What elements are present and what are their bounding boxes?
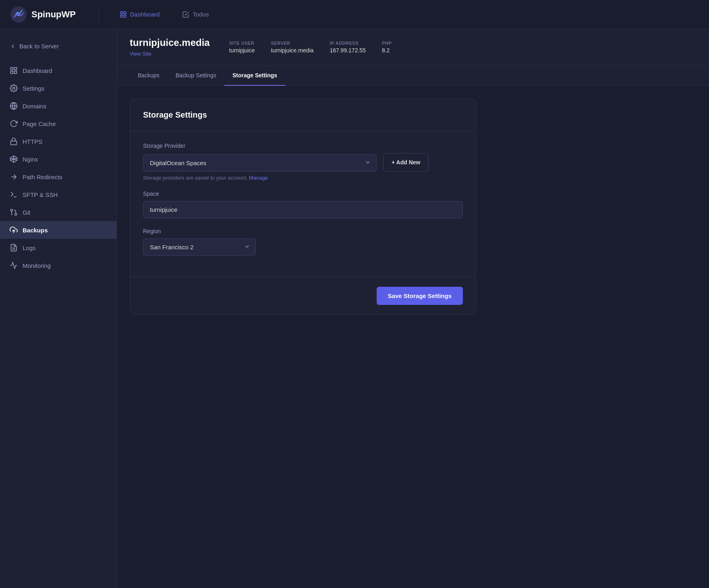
refresh-icon: [10, 120, 18, 128]
nav-dashboard[interactable]: Dashboard: [115, 8, 164, 21]
sidebar-item-domains[interactable]: Domains: [0, 97, 116, 115]
nav-divider: [98, 6, 99, 23]
space-group: Space: [143, 190, 463, 218]
region-select[interactable]: New York 1 New York 3 San Francisco 2 Sa…: [143, 238, 256, 256]
grid-icon: [120, 11, 127, 18]
svg-rect-6: [11, 68, 13, 70]
tab-storage-settings[interactable]: Storage Settings: [224, 66, 285, 86]
site-header: turnipjuice.media View Site SITE USER tu…: [117, 29, 709, 66]
site-title-group: turnipjuice.media View Site: [130, 37, 210, 57]
git-icon: [10, 208, 18, 216]
nav-todos[interactable]: Todos: [177, 8, 214, 21]
main-layout: Back to Server Dashboard Settings: [0, 29, 709, 588]
site-title: turnipjuice.media: [130, 37, 210, 48]
svg-rect-3: [124, 12, 126, 14]
provider-select[interactable]: DigitalOcean Spaces Amazon S3 Google Clo…: [143, 154, 377, 172]
site-meta: SITE USER turnipjuice SERVER turnipjuice…: [229, 41, 392, 54]
svg-point-21: [11, 209, 13, 211]
sidebar-item-dashboard[interactable]: Dashboard: [0, 62, 116, 79]
svg-rect-5: [124, 15, 126, 17]
app-name: SpinupWP: [31, 9, 76, 20]
file-icon: [10, 244, 18, 252]
sidebar-item-logs[interactable]: Logs: [0, 239, 116, 257]
svg-rect-2: [120, 12, 122, 14]
svg-rect-8: [11, 71, 13, 74]
save-storage-settings-button[interactable]: Save Storage Settings: [377, 287, 463, 305]
card-body: Storage Provider DigitalOcean Spaces Ama…: [130, 131, 476, 277]
logo[interactable]: SpinupWP: [10, 6, 76, 23]
sidebar-item-settings[interactable]: Settings: [0, 79, 116, 97]
card-footer: Save Storage Settings: [130, 277, 476, 315]
card-title: Storage Settings: [143, 110, 463, 120]
region-select-wrapper: New York 1 New York 3 San Francisco 2 Sa…: [143, 238, 256, 256]
sidebar-item-page-cache[interactable]: Page Cache: [0, 115, 116, 133]
provider-row: DigitalOcean Spaces Amazon S3 Google Clo…: [143, 153, 463, 172]
chevron-left-icon: [10, 43, 16, 50]
sidebar-item-path-redirects[interactable]: Path Redirects: [0, 168, 116, 186]
arrow-right-icon: [10, 173, 18, 181]
activity-icon: [10, 261, 18, 269]
helper-text: Storage providers are saved to your acco…: [143, 175, 463, 181]
globe-icon: [10, 102, 18, 110]
sidebar: Back to Server Dashboard Settings: [0, 29, 117, 588]
grid-icon: [10, 66, 18, 75]
upload-icon: [10, 226, 18, 234]
sidebar-item-https[interactable]: HTTPS: [0, 133, 116, 150]
space-label: Space: [143, 190, 463, 197]
check-square-icon: [182, 11, 189, 18]
tab-backup-settings[interactable]: Backup Settings: [168, 66, 224, 86]
sidebar-item-git[interactable]: Git: [0, 203, 116, 221]
add-new-provider-button[interactable]: + Add New: [383, 153, 429, 172]
tabs-bar: Backups Backup Settings Storage Settings: [117, 66, 709, 86]
sidebar-item-sftp-ssh[interactable]: SFTP & SSH: [0, 186, 116, 203]
card-header: Storage Settings: [130, 99, 476, 131]
manage-link[interactable]: Manage: [249, 175, 268, 181]
svg-rect-9: [15, 71, 17, 74]
storage-provider-group: Storage Provider DigitalOcean Spaces Ama…: [143, 143, 463, 181]
content-area: turnipjuice.media View Site SITE USER tu…: [117, 29, 709, 588]
provider-select-wrapper: DigitalOcean Spaces Amazon S3 Google Clo…: [143, 154, 377, 172]
gear-icon: [10, 84, 18, 92]
sidebar-item-backups[interactable]: Backups: [0, 221, 116, 239]
page-content: Storage Settings Storage Provider Digita…: [117, 86, 709, 328]
meta-ip: IP ADDRESS 167.99.172.55: [330, 41, 366, 54]
logo-icon: [10, 6, 27, 23]
provider-label: Storage Provider: [143, 143, 463, 149]
nginx-icon: [10, 155, 18, 163]
svg-rect-13: [11, 141, 17, 145]
svg-point-1: [17, 13, 20, 16]
svg-point-10: [13, 87, 15, 89]
svg-point-20: [15, 213, 17, 215]
sidebar-item-monitoring[interactable]: Monitoring: [0, 257, 116, 274]
back-to-server[interactable]: Back to Server: [0, 39, 116, 54]
top-nav: SpinupWP Dashboard Todos: [0, 0, 709, 29]
meta-site-user: SITE USER turnipjuice: [229, 41, 255, 54]
sidebar-item-nginx[interactable]: Nginx: [0, 150, 116, 168]
lock-icon: [10, 137, 18, 145]
region-label: Region: [143, 228, 463, 234]
svg-rect-7: [15, 68, 17, 70]
meta-server: SERVER turnipjuice.media: [271, 41, 314, 54]
space-input[interactable]: [143, 201, 463, 218]
region-group: Region New York 1 New York 3 San Francis…: [143, 228, 463, 256]
tab-backups[interactable]: Backups: [130, 66, 168, 86]
terminal-icon: [10, 190, 18, 199]
meta-php: PHP 8.2: [382, 41, 392, 54]
storage-settings-card: Storage Settings Storage Provider Digita…: [130, 99, 476, 315]
view-site-link[interactable]: View Site: [130, 51, 151, 57]
svg-rect-4: [120, 15, 122, 17]
